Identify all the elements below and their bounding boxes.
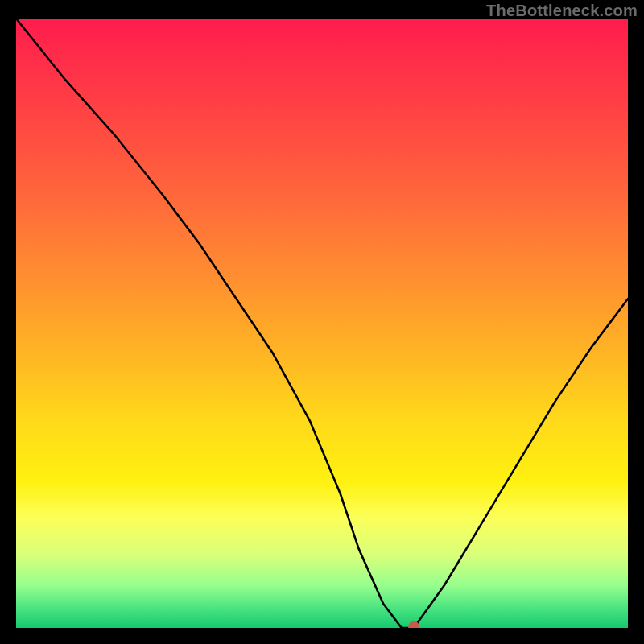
bottleneck-curve <box>16 19 628 628</box>
chart-frame: TheBottleneck.com <box>0 0 644 644</box>
watermark-label: TheBottleneck.com <box>486 2 638 20</box>
plot-area <box>16 19 628 628</box>
